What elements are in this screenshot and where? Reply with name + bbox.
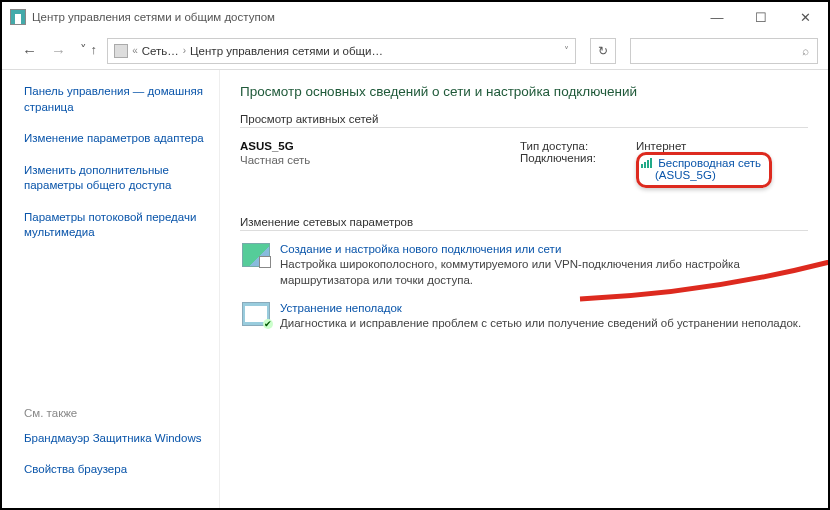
refresh-button[interactable]: ↻	[590, 38, 616, 64]
access-type-label: Тип доступа:	[520, 140, 628, 152]
connections-label: Подключения:	[520, 152, 628, 164]
address-bar[interactable]: « Сеть… › Центр управления сетями и общи…	[107, 38, 576, 64]
chevron-right-icon: ›	[183, 45, 186, 56]
maximize-button[interactable]: ☐	[746, 10, 776, 25]
network-name: ASUS_5G	[240, 140, 520, 152]
active-networks-label: Просмотр активных сетей	[240, 113, 808, 125]
connection-link[interactable]: Беспроводная сеть	[658, 157, 761, 169]
sidebar-link-streaming[interactable]: Параметры потоковой передачи мультимедиа	[24, 210, 209, 241]
see-also-firewall[interactable]: Брандмауэр Защитника Windows	[24, 431, 209, 447]
see-also-label: См. также	[24, 407, 209, 419]
sidebar-link-home[interactable]: Панель управления — домашняя страница	[24, 84, 209, 115]
troubleshoot-icon	[242, 302, 270, 326]
chevron-icon: «	[132, 45, 138, 56]
new-connection-desc: Настройка широкополосного, коммутируемог…	[280, 257, 808, 288]
change-settings-label: Изменение сетевых параметров	[240, 216, 808, 228]
close-button[interactable]: ✕	[790, 10, 820, 25]
access-type-value: Интернет	[636, 140, 772, 152]
troubleshoot-desc: Диагностика и исправление проблем с сеть…	[280, 316, 801, 332]
see-also-browser[interactable]: Свойства браузера	[24, 462, 209, 478]
window-title: Центр управления сетями и общим доступом	[32, 11, 275, 23]
connection-link-sub[interactable]: (ASUS_5G)	[655, 169, 761, 181]
dropdown-chevron-icon[interactable]: ˅	[564, 45, 569, 56]
connection-link-highlight: Беспроводная сеть (ASUS_5G)	[636, 152, 772, 188]
up-button[interactable]: ˅ ↑	[80, 42, 97, 59]
wifi-signal-icon	[641, 158, 653, 168]
app-icon	[10, 9, 26, 25]
breadcrumb-root[interactable]: Сеть…	[142, 45, 179, 57]
breadcrumb-current[interactable]: Центр управления сетями и общи…	[190, 45, 383, 57]
minimize-button[interactable]: —	[702, 10, 732, 25]
back-button[interactable]: ←	[22, 42, 37, 59]
sidebar-link-sharing[interactable]: Изменить дополнительные параметры общего…	[24, 163, 209, 194]
search-icon: ⌕	[802, 45, 809, 57]
search-input[interactable]: ⌕	[630, 38, 818, 64]
new-connection-icon	[242, 243, 270, 267]
network-type: Частная сеть	[240, 154, 520, 166]
page-heading: Просмотр основных сведений о сети и наст…	[240, 84, 808, 99]
location-icon	[114, 44, 128, 58]
sidebar-link-adapter[interactable]: Изменение параметров адаптера	[24, 131, 209, 147]
forward-button[interactable]: →	[51, 42, 66, 59]
troubleshoot-link[interactable]: Устранение неполадок	[280, 302, 801, 314]
new-connection-link[interactable]: Создание и настройка нового подключения …	[280, 243, 808, 255]
